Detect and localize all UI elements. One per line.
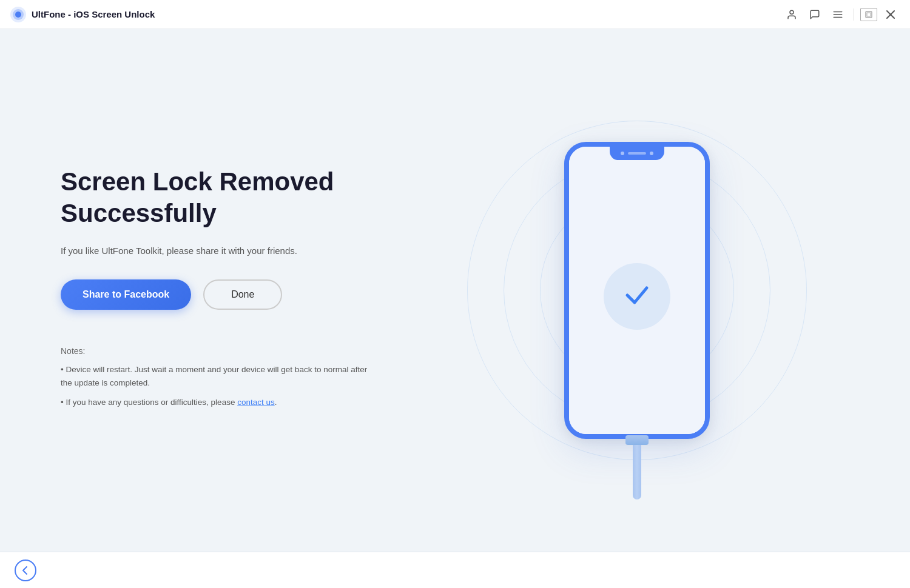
titlebar-right <box>782 5 900 24</box>
phone-illustration <box>564 142 710 439</box>
cable-body <box>633 445 641 499</box>
cable-connector <box>625 435 649 445</box>
done-button[interactable]: Done <box>203 279 282 310</box>
user-icon[interactable] <box>782 5 801 24</box>
contact-us-link[interactable]: contact us <box>237 398 275 407</box>
notes-heading: Notes: <box>61 346 376 356</box>
left-panel: Screen Lock Removed Successfully If you … <box>61 166 376 415</box>
usb-cable <box>625 435 649 499</box>
back-button[interactable] <box>15 560 36 581</box>
notch-bar <box>628 152 646 155</box>
titlebar-separator <box>854 8 854 21</box>
phone-screen <box>569 147 705 434</box>
share-subtitle: If you like UltFone Toolkit, please shar… <box>61 244 376 258</box>
titlebar-left: UltFone - iOS Screen Unlock <box>10 6 155 23</box>
success-title: Screen Lock Removed Successfully <box>61 166 376 230</box>
notes-section: Notes: • Device will restart. Just wait … <box>61 346 376 415</box>
chat-icon[interactable] <box>805 5 824 24</box>
svg-point-2 <box>15 12 21 18</box>
close-button[interactable] <box>881 5 900 24</box>
notch-dot <box>621 152 624 155</box>
svg-rect-8 <box>867 13 871 16</box>
button-row: Share to Facebook Done <box>61 279 376 310</box>
bottom-bar <box>0 552 910 588</box>
app-title: UltFone - iOS Screen Unlock <box>32 9 155 19</box>
minimize-button[interactable] <box>860 8 877 21</box>
phone-body <box>564 142 710 439</box>
menu-icon[interactable] <box>828 5 848 24</box>
app-logo-icon <box>10 6 27 23</box>
notch-dot-2 <box>650 152 653 155</box>
right-panel <box>413 78 861 503</box>
check-circle <box>604 263 670 330</box>
main-content: Screen Lock Removed Successfully If you … <box>0 29 910 552</box>
note-restart: • Device will restart. Just wait a momen… <box>61 363 376 389</box>
phone-notch <box>610 147 664 160</box>
share-to-facebook-button[interactable]: Share to Facebook <box>61 279 191 310</box>
titlebar: UltFone - iOS Screen Unlock <box>0 0 910 29</box>
svg-point-3 <box>790 10 794 14</box>
note-contact: • If you have any questions or difficult… <box>61 396 376 409</box>
checkmark-icon <box>621 278 653 315</box>
